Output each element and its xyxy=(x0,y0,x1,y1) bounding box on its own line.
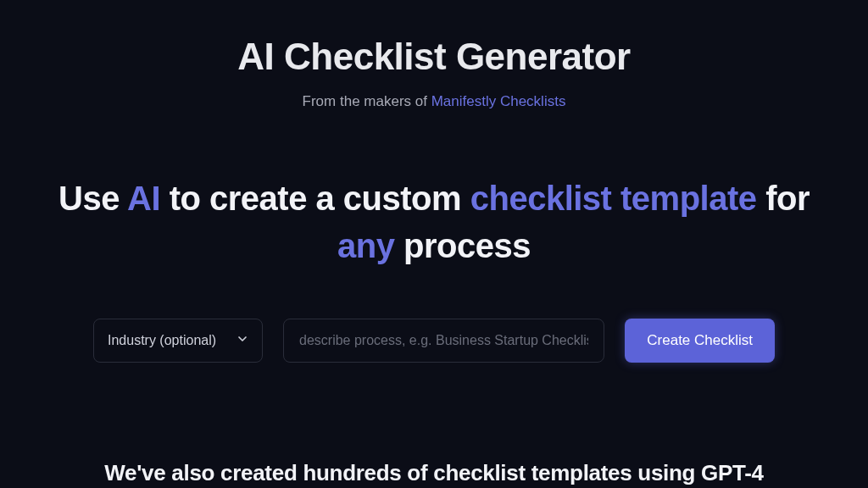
manifestly-link[interactable]: Manifestly Checklists xyxy=(431,93,566,109)
headline-part2: to create a custom xyxy=(160,180,470,217)
templates-heading: We've also created hundreds of checklist… xyxy=(0,460,868,486)
headline-hl-template: checklist template xyxy=(470,180,757,217)
create-checklist-button[interactable]: Create Checklist xyxy=(625,319,775,363)
page-title: AI Checklist Generator xyxy=(0,36,868,78)
subtitle: From the makers of Manifestly Checklists xyxy=(0,93,868,110)
headline-part1: Use xyxy=(58,180,127,217)
headline-part4: process xyxy=(394,227,531,264)
industry-select[interactable]: Industry (optional) xyxy=(93,319,263,363)
headline-hl-ai: AI xyxy=(127,180,160,217)
industry-select-wrapper: Industry (optional) xyxy=(93,319,263,363)
subtitle-prefix: From the makers of xyxy=(303,93,431,109)
headline-hl-any: any xyxy=(337,227,394,264)
generator-form: Industry (optional) Create Checklist xyxy=(0,319,868,363)
headline-part3: for xyxy=(757,180,810,217)
headline: Use AI to create a custom checklist temp… xyxy=(0,175,868,269)
process-input[interactable] xyxy=(283,319,604,363)
